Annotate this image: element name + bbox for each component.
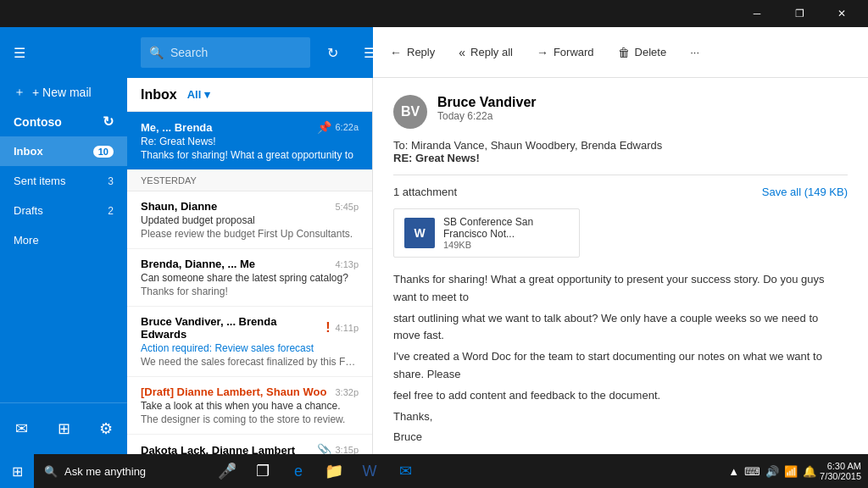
attachment-count: 1 attachment: [393, 186, 457, 198]
mail-list: Inbox All ▾ Me, ... Brenda 📌 6:22a Re: G…: [127, 78, 373, 454]
left-nav: ☰ ＋ + New mail Contoso ↻ Inbox 10 Sent i…: [0, 27, 127, 454]
settings-nav-icon[interactable]: ⚙: [89, 412, 123, 446]
network-icon[interactable]: 📶: [784, 465, 798, 478]
minimize-button[interactable]: ─: [737, 0, 776, 27]
attachment-item[interactable]: W SB Conference San Francisco Not... 149…: [393, 208, 580, 258]
mail-sender: [Draft] Dianne Lambert, Shaun Woo 3:32p: [141, 385, 359, 398]
maximize-button[interactable]: ❐: [780, 0, 819, 27]
word-icon: W: [404, 218, 435, 248]
mail-item[interactable]: [Draft] Dianne Lambert, Shaun Woo 3:32p …: [127, 377, 372, 435]
filter-button[interactable]: All ▾: [184, 86, 214, 103]
inbox-label: Inbox: [14, 145, 43, 158]
taskbar-app-cortana[interactable]: 🎤: [210, 454, 244, 488]
refresh-icon[interactable]: ↻: [317, 37, 348, 68]
taskbar-clock[interactable]: 6:30 AM 7/30/2015: [820, 461, 861, 481]
taskbar-search[interactable]: 🔍 Ask me anything: [34, 465, 203, 478]
taskbar-app-explorer[interactable]: 📁: [317, 454, 351, 488]
mail-sender: Brenda, Dianne, ... Me 4:13p: [141, 258, 359, 270]
more-actions-button[interactable]: ···: [680, 37, 709, 68]
close-button[interactable]: ✕: [822, 0, 861, 27]
taskbar-app-mail[interactable]: ✉: [388, 454, 422, 488]
sent-count: 3: [108, 175, 114, 187]
taskbar-app-multitask[interactable]: ❐: [246, 454, 280, 488]
sent-label: Sent items: [14, 175, 65, 187]
taskbar-app-edge[interactable]: e: [281, 454, 315, 488]
volume-icon[interactable]: 🔊: [765, 465, 779, 478]
mail-time: 3:32p: [335, 387, 359, 397]
filter-label: All: [187, 88, 202, 101]
mail-time: 4:11p: [335, 323, 359, 333]
email-action-toolbar: ← Reply « Reply all → Forward 🗑 Delete ·…: [373, 27, 868, 78]
inbox-badge: 10: [93, 146, 114, 158]
delete-button[interactable]: 🗑 Delete: [608, 37, 677, 68]
new-mail-button[interactable]: ＋ + New mail: [0, 78, 127, 107]
attachment-info: SB Conference San Francisco Not... 149KB: [443, 216, 569, 250]
more-label: More: [14, 234, 39, 247]
taskbar-time-display: 6:30 AM: [827, 461, 861, 471]
mail-subject: Re: Great News!: [141, 136, 359, 147]
mail-preview: The designer is coming to the store to r…: [141, 413, 359, 425]
sidebar-item-more[interactable]: More: [0, 225, 127, 255]
mail-item[interactable]: Me, ... Brenda 📌 6:22a Re: Great News! T…: [127, 112, 372, 170]
keyboard-icon[interactable]: ⌨: [744, 465, 760, 478]
sender-name: Shaun, Dianne: [141, 200, 217, 213]
pin-icon: 📌: [317, 120, 331, 134]
email-subject: RE: Great News!: [393, 152, 848, 164]
attachment-name: SB Conference San Francisco Not...: [443, 216, 569, 240]
reply-all-button[interactable]: « Reply all: [448, 37, 523, 68]
save-all-button[interactable]: Save all (149 KB): [762, 186, 848, 198]
reply-all-label: Reply all: [470, 46, 513, 58]
avatar: BV: [393, 95, 427, 129]
mail-item[interactable]: Brenda, Dianne, ... Me 4:13p Can someone…: [127, 249, 372, 307]
mail-list-header: Inbox All ▾: [127, 78, 372, 112]
drafts-label: Drafts: [14, 204, 43, 217]
sidebar-item-sent[interactable]: Sent items 3: [0, 166, 127, 196]
forward-button[interactable]: → Forward: [526, 37, 604, 68]
sync-icon[interactable]: ↻: [103, 114, 114, 130]
mail-time: 6:22a: [335, 122, 359, 132]
hamburger-icon[interactable]: ☰: [14, 45, 25, 61]
urgent-icon: !: [326, 320, 330, 336]
mail-item[interactable]: Shaun, Dianne 5:45p Updated budget propo…: [127, 191, 372, 249]
taskbar-system-icons: ▲ ⌨ 🔊 📶 🔔: [728, 465, 816, 478]
reply-button[interactable]: ← Reply: [380, 37, 445, 68]
search-box[interactable]: 🔍: [141, 37, 310, 68]
search-input[interactable]: [170, 46, 281, 59]
nav-bottom-icons: ✉ ⊞ ⚙: [0, 402, 127, 454]
mail-preview: Please review the budget First Up Consul…: [141, 228, 359, 240]
sidebar-item-drafts[interactable]: Drafts 2: [0, 196, 127, 225]
notification-icon[interactable]: 🔔: [803, 465, 816, 478]
drafts-count: 2: [108, 205, 114, 217]
calendar-nav-icon[interactable]: ⊞: [47, 412, 81, 446]
more-actions-label: ···: [690, 46, 699, 58]
taskbar-date-display: 7/30/2015: [820, 471, 861, 481]
sender-name: Dakota Lack, Dianne Lambert: [141, 444, 295, 455]
mail-subject: Take a look at this when you have a chan…: [141, 400, 359, 412]
forward-icon: →: [537, 46, 548, 59]
mail-preview: Thanks for sharing! What a great opportu…: [141, 149, 359, 161]
mail-nav-icon[interactable]: ✉: [4, 412, 38, 446]
start-button[interactable]: ⊞: [0, 454, 34, 488]
account-section: Contoso ↻: [0, 107, 127, 136]
taskbar-app-word[interactable]: W: [353, 454, 387, 488]
reply-label: Reply: [407, 46, 435, 58]
mail-subject: Action required: Review sales forecast: [141, 342, 359, 354]
mail-subject: Can someone share the latest spring cata…: [141, 272, 359, 284]
new-mail-icon: ＋: [14, 85, 25, 100]
sidebar-item-inbox[interactable]: Inbox 10: [0, 136, 127, 166]
divider: [393, 175, 848, 175]
email-to: To: Miranda Vance, Shaun Woodbery, Brend…: [393, 139, 848, 152]
delete-icon: 🗑: [618, 46, 630, 59]
body-line: Thanks,: [393, 408, 848, 426]
email-sender-name: Bruce Vandiver: [437, 95, 848, 110]
mail-item[interactable]: Dakota Lack, Dianne Lambert 📎 3:15p Sale…: [127, 435, 372, 454]
date-separator: Yesterday: [127, 170, 372, 191]
body-line: Thanks for sharing! What a great opportu…: [393, 271, 848, 307]
chevron-up-icon[interactable]: ▲: [728, 465, 739, 478]
app-container: ☰ ＋ + New mail Contoso ↻ Inbox 10 Sent i…: [0, 27, 868, 454]
delete-label: Delete: [635, 46, 667, 58]
mail-subject: Updated budget proposal: [141, 214, 359, 226]
sender-name: Bruce Vandiver, ... Brenda Edwards: [141, 315, 326, 341]
mail-time: 5:45p: [335, 202, 359, 212]
mail-item[interactable]: Bruce Vandiver, ... Brenda Edwards ! 4:1…: [127, 307, 372, 377]
